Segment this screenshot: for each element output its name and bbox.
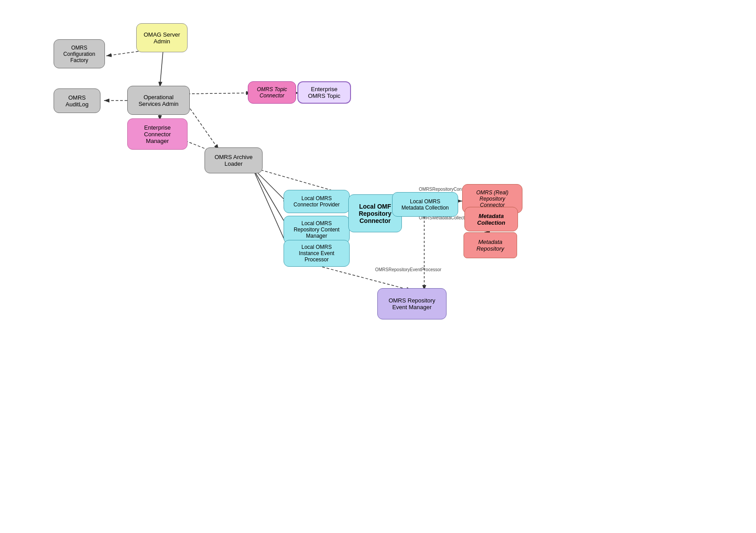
diagram-container: OMAG Server Admin OMRS Configuration Fac… [0,0,756,533]
omrs-topic-connector-label: OMRS Topic Connector [257,86,287,99]
metadata-repository-label: Metadata Repository [476,239,504,252]
omrs-config-factory-label: OMRS Configuration Factory [63,45,95,63]
svg-line-3 [160,51,163,87]
operational-services-admin-label: Operational Services Admin [138,94,179,107]
svg-line-5 [188,93,251,94]
omrs-repo-event-processor-label: OMRSRepositoryEventProcessor [375,267,441,272]
omrs-repo-event-manager-label: OMRS Repository Event Manager [388,297,435,311]
diagram-svg [0,0,756,533]
enterprise-connector-manager-node: Enterprise Connector Manager [127,118,188,150]
local-omrs-instance-event-processor-label: Local OMRS Instance Event Processor [299,244,334,263]
metadata-collection-label: Metadata Collection [477,213,505,226]
local-omrs-metadata-collection-label: Local OMRS Metadata Collection [401,198,449,211]
local-omrs-connector-provider-label: Local OMRS Connector Provider [293,195,339,208]
omag-server-admin-label: OMAG Server Admin [144,31,180,45]
omrs-archive-loader-node: OMRS Archive Loader [205,147,263,173]
svg-line-12 [252,168,288,248]
omrs-real-repo-connector-label: OMRS (Real) Repository Connector [476,189,508,208]
enterprise-connector-manager-label: Enterprise Connector Manager [144,124,171,144]
local-omrs-instance-event-processor-node: Local OMRS Instance Event Processor [284,240,350,267]
svg-line-2 [106,51,138,56]
omrs-audit-log-node: OMRS AuditLog [54,88,100,113]
omrs-archive-loader-label: OMRS Archive Loader [214,154,252,167]
local-omrs-metadata-collection-node: Local OMRS Metadata Collection [392,192,458,217]
metadata-collection-node: Metadata Collection [464,207,518,231]
local-omrs-repo-content-manager-label: Local OMRS Repository Content Manager [294,220,340,239]
omag-server-admin-node: OMAG Server Admin [136,23,188,52]
enterprise-omrs-topic-label: Enterprise OMRS Topic [308,86,341,99]
omrs-repo-event-manager-node: OMRS Repository Event Manager [377,288,447,319]
metadata-repository-node: Metadata Repository [464,232,517,258]
local-omrs-connector-provider-node: Local OMRS Connector Provider [284,190,350,213]
omrs-topic-connector-node: OMRS Topic Connector [248,81,296,104]
local-omf-repo-connector-label: Local OMF Repository Connector [359,203,391,224]
omrs-config-factory-node: OMRS Configuration Factory [54,39,105,68]
enterprise-omrs-topic-node: Enterprise OMRS Topic [297,81,351,104]
omrs-audit-log-label: OMRS AuditLog [66,94,88,108]
svg-line-8 [188,105,219,150]
operational-services-admin-node: Operational Services Admin [127,86,190,115]
local-omrs-repo-content-manager-node: Local OMRS Repository Content Manager [284,216,350,243]
